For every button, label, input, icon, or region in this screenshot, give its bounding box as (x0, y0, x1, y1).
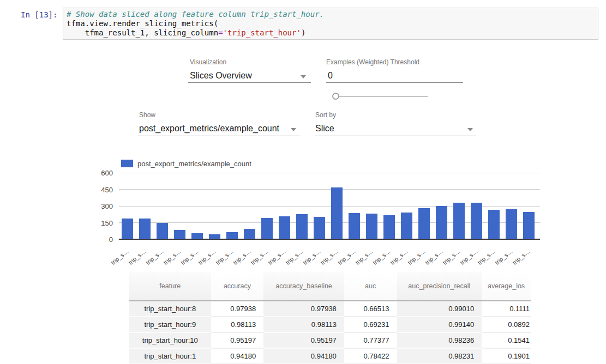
threshold-underline (326, 82, 463, 83)
code-line-1: # Show data sliced along feature column … (67, 10, 595, 19)
threshold-input[interactable]: 0 (328, 71, 333, 81)
metric-cell: 0.1111 (482, 301, 531, 317)
column-header[interactable]: average_los (482, 272, 531, 301)
bar[interactable] (331, 187, 343, 239)
bar-chart-plot-area: trip_s…trip_s…trip_s…trip_s…trip_s…trip_… (119, 173, 540, 239)
code-line-2: tfma.view.render_slicing_metrics( (67, 19, 595, 28)
visualization-dropdown[interactable]: Slices Overview (190, 71, 252, 81)
bar[interactable] (122, 219, 133, 239)
table-row: trip_start_hour:90.981130.981130.692310.… (129, 317, 531, 332)
table-row: trip_start_hour:80.979380.979380.665130.… (129, 301, 531, 317)
feature-cell: trip_start_hour:8 (129, 301, 211, 317)
show-underline (137, 136, 300, 136)
metric-cell: 0.97938 (263, 301, 344, 317)
show-dropdown-arrow-icon[interactable] (291, 128, 296, 131)
bar[interactable] (191, 233, 203, 239)
bar[interactable] (436, 206, 447, 239)
bar[interactable] (418, 208, 430, 239)
metric-cell: 0.97938 (211, 301, 264, 317)
metric-cell: 0.1541 (482, 332, 531, 348)
bar[interactable] (226, 232, 238, 239)
threshold-label: Examples (Weighted) Threshold (326, 58, 419, 66)
gridline-600 (119, 173, 540, 173)
bar[interactable] (174, 230, 185, 239)
bar[interactable] (401, 213, 412, 239)
bar[interactable] (296, 214, 308, 239)
feature-cell: trip_start_hour:9 (129, 317, 211, 332)
bar[interactable] (209, 234, 220, 239)
metric-cell: 0.98113 (263, 317, 344, 332)
metric-cell: 0.94180 (211, 348, 264, 364)
code-string-literal: 'trip_start_hour' (223, 28, 301, 37)
bar[interactable] (261, 218, 273, 239)
feature-cell: trip_start_hour:10 (129, 332, 211, 348)
code-input-area[interactable]: # Show data sliced along feature column … (63, 8, 598, 40)
metric-cell: 0.98236 (397, 332, 482, 348)
legend-swatch (121, 160, 133, 167)
metric-cell: 0.94180 (263, 348, 344, 364)
metric-cell: 0.77377 (344, 332, 397, 348)
metric-cell: 0.69231 (344, 317, 397, 332)
bar[interactable] (157, 223, 168, 239)
metric-cell: 0.99140 (397, 317, 482, 332)
metric-cell: 0.99010 (397, 301, 482, 317)
cell-prompt: In [13]: (21, 10, 59, 20)
column-header[interactable]: accuracy_baseline (263, 272, 344, 301)
sort-by-underline (315, 136, 476, 136)
y-tick-label: 150 (87, 219, 113, 227)
bar[interactable] (383, 215, 395, 239)
bar[interactable] (279, 216, 290, 239)
sort-by-label: Sort by (315, 111, 336, 119)
y-tick-label: 450 (87, 186, 113, 194)
metric-cell: 0.78422 (344, 348, 397, 364)
bar[interactable] (488, 210, 500, 239)
show-dropdown[interactable]: post_export_metrics/example_count (139, 124, 279, 134)
bar[interactable] (471, 203, 482, 239)
code-line-3: tfma_result_1, slicing_column='trip_star… (67, 28, 595, 38)
legend-label: post_export_metrics/example_count (137, 160, 251, 168)
column-header[interactable]: auc_precision_recall (397, 272, 482, 301)
y-tick-label: 600 (87, 169, 113, 177)
feature-cell: trip_start_hour:1 (129, 348, 211, 364)
metric-cell: 0.66513 (344, 301, 397, 317)
threshold-slider-handle[interactable] (332, 93, 339, 100)
table-row: trip_start_hour:10.941800.941800.784220.… (129, 348, 531, 364)
bar[interactable] (506, 209, 517, 239)
bar[interactable] (349, 213, 360, 239)
bar[interactable] (453, 203, 465, 239)
visualization-dropdown-arrow-icon[interactable] (301, 75, 306, 78)
bar[interactable] (523, 212, 535, 239)
code-comment: # Show data sliced along feature column … (67, 10, 324, 19)
sort-by-dropdown[interactable]: Slice (315, 124, 334, 134)
bar[interactable] (244, 229, 255, 239)
metric-cell: 0.0892 (482, 317, 531, 332)
gridline-450 (119, 189, 540, 190)
show-label: Show (139, 111, 155, 119)
column-header[interactable]: feature (129, 272, 211, 301)
metric-cell: 0.98231 (397, 348, 482, 364)
metrics-table-container: featureaccuracyaccuracy_baselineaucauc_p… (129, 272, 531, 364)
column-header[interactable]: auc (344, 272, 397, 301)
visualization-underline (188, 82, 311, 83)
metric-cell: 0.95197 (263, 332, 344, 348)
bar[interactable] (139, 219, 151, 239)
y-tick-label: 0 (87, 235, 113, 244)
column-header[interactable]: accuracy (211, 272, 264, 301)
table-row: trip_start_hour:100.951970.951970.773770… (129, 332, 531, 348)
metrics-table: featureaccuracyaccuracy_baselineaucauc_p… (129, 272, 531, 364)
bar[interactable] (314, 217, 325, 239)
visualization-label: Visualization (190, 58, 226, 66)
metric-cell: 0.98113 (211, 317, 264, 332)
metric-cell: 0.1901 (482, 348, 531, 364)
sort-by-dropdown-arrow-icon[interactable] (467, 128, 473, 131)
metric-cell: 0.95197 (211, 332, 264, 348)
threshold-slider-track[interactable] (334, 96, 428, 97)
table-header-row: featureaccuracyaccuracy_baselineaucauc_p… (129, 272, 531, 301)
y-tick-label: 300 (87, 202, 113, 210)
bar[interactable] (366, 214, 377, 239)
